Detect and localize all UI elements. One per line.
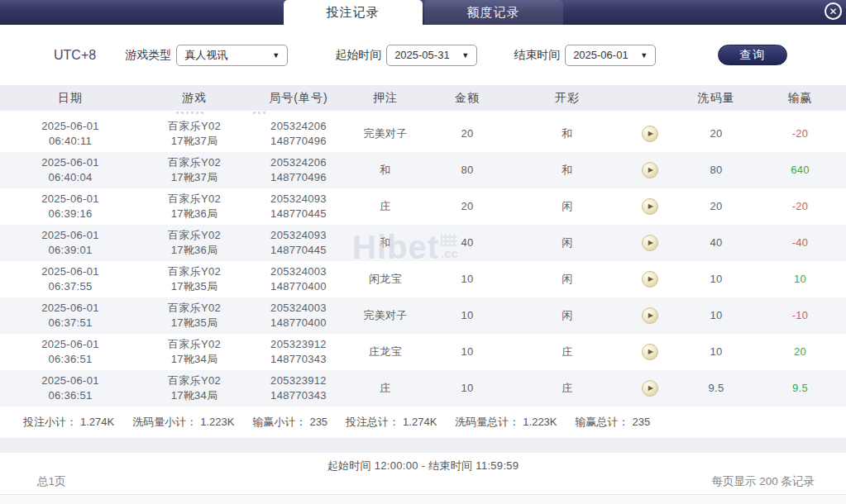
cell-round: 17靴36局 [141, 207, 248, 221]
cell-date: 2025-06-01 [0, 337, 141, 352]
cell-bet: 闲龙宝 [349, 261, 422, 297]
cell-game: 百家乐Y02 [141, 119, 248, 134]
header-winloss: 输赢 [754, 85, 846, 111]
page-count: 总1页 [37, 474, 66, 489]
cell-round: 17靴35局 [141, 279, 248, 294]
header-wash-amount: 洗码量 [678, 85, 754, 111]
cell-result: 和 [513, 116, 622, 152]
cell-result: 闲 [513, 261, 622, 297]
play-icon[interactable]: ▶ [642, 162, 658, 178]
table-row: 2025-06-0106:39:16 百家乐Y0217靴36局 20532409… [0, 188, 846, 225]
table-row: 2025-06-0106:36:51 百家乐Y0217靴34局 20532391… [0, 334, 846, 370]
time-range-note: 起始时间 12:00:00 - 结束时间 11:59:59 [0, 453, 846, 473]
clipped-row-remnant [0, 111, 846, 116]
cell-bet: 和 [349, 225, 422, 261]
cell-date: 2025-06-01 [0, 155, 141, 170]
cell-date: 2025-06-01 [0, 373, 141, 388]
start-time-label: 起始时间 [335, 48, 381, 63]
tab-quota-records[interactable]: 额度记录 [424, 0, 563, 25]
cell-game: 百家乐Y02 [141, 301, 248, 316]
cell-order-no: 205324206 [248, 155, 349, 170]
cell-result: 闲 [513, 225, 622, 261]
header-round-number: 局号(单号) [248, 85, 349, 111]
cell-result: 庄 [513, 334, 622, 370]
table-row: 2025-06-0106:37:55 百家乐Y0217靴35局 20532400… [0, 261, 846, 297]
cell-wash: 9.5 [678, 370, 754, 407]
cell-bet: 庄 [349, 188, 422, 225]
cell-order-no: 205324093 [248, 192, 349, 207]
cell-date: 2025-06-01 [0, 264, 141, 279]
table-row: 2025-06-0106:40:04 百家乐Y0217靴37局 20532420… [0, 152, 846, 188]
cell-amount: 10 [422, 297, 513, 334]
cell-winloss: -20 [754, 188, 846, 225]
play-icon[interactable]: ▶ [642, 271, 658, 288]
cell-winloss: 20 [754, 334, 846, 370]
cell-order-no2: 148770400 [248, 279, 349, 294]
play-icon[interactable]: ▶ [642, 380, 658, 397]
query-button[interactable]: 查询 [718, 45, 787, 65]
chevron-down-icon: ▼ [640, 51, 648, 59]
per-page-note: 每页显示 200 条记录 [711, 474, 815, 489]
game-type-value: 真人视讯 [184, 48, 227, 63]
table-row: 2025-06-0106:39:01 百家乐Y0217靴36局 20532409… [0, 225, 846, 261]
cell-time: 06:36:51 [0, 388, 141, 403]
play-icon[interactable]: ▶ [642, 198, 658, 215]
cell-bet: 完美对子 [349, 116, 422, 152]
cell-amount: 10 [422, 370, 513, 407]
filter-bar: UTC+8 游戏类型 真人视讯 ▼ 起始时间 2025-05-31 ▼ 结束时间… [0, 25, 846, 85]
play-icon[interactable]: ▶ [642, 344, 658, 360]
header-date: 日期 [0, 85, 141, 111]
end-date-select[interactable]: 2025-06-01 ▼ [565, 45, 656, 66]
cell-wash: 40 [678, 225, 754, 261]
play-icon[interactable]: ▶ [642, 307, 658, 324]
cell-winloss: -20 [754, 116, 846, 152]
cell-order-no2: 148770496 [248, 134, 349, 149]
cell-time: 06:37:55 [0, 279, 141, 294]
cell-amount: 40 [422, 225, 513, 261]
top-bar: 投注记录 额度记录 ✕ [0, 0, 846, 25]
cell-result: 庄 [513, 370, 622, 407]
cell-amount: 10 [422, 334, 513, 370]
cell-order-no: 205324003 [248, 301, 349, 316]
cell-wash: 80 [678, 152, 754, 188]
table-row: 2025-06-0106:37:51 百家乐Y0217靴35局 20532400… [0, 297, 846, 334]
cell-order-no: 205323912 [248, 373, 349, 388]
game-type-select[interactable]: 真人视讯 ▼ [176, 45, 288, 66]
table-row: 2025-06-0106:40:11 百家乐Y0217靴37局 20532420… [0, 116, 846, 152]
cell-round: 17靴37局 [141, 170, 248, 185]
cell-order-no2: 148770445 [248, 243, 349, 258]
summary-bar: 投注小计：1.274K 洗码量小计：1.223K 输赢小计：235 投注总计：1… [0, 407, 846, 438]
cell-order-no: 205324003 [248, 264, 349, 279]
cell-round: 17靴35局 [141, 316, 248, 330]
cell-winloss: -40 [754, 225, 846, 261]
cell-order-no: 205323912 [248, 337, 349, 352]
cell-order-no2: 148770496 [248, 170, 349, 185]
bottom-strip [0, 494, 846, 504]
cell-game: 百家乐Y02 [141, 192, 248, 207]
header-bet: 押注 [349, 85, 422, 111]
cell-round: 17靴37局 [141, 134, 248, 149]
cell-result: 闲 [513, 188, 622, 225]
cell-time: 06:37:51 [0, 316, 141, 330]
cell-game: 百家乐Y02 [141, 337, 248, 352]
tab-bet-records[interactable]: 投注记录 [284, 0, 423, 25]
cell-date: 2025-06-01 [0, 228, 141, 243]
close-icon[interactable]: ✕ [824, 2, 842, 20]
tab-group: 投注记录 额度记录 [283, 0, 564, 25]
summary-wash-subtotal: 洗码量小计：1.223K [132, 415, 234, 430]
end-time-label: 结束时间 [514, 48, 560, 63]
play-icon[interactable]: ▶ [642, 235, 658, 251]
cell-game: 百家乐Y02 [141, 373, 248, 388]
cell-amount: 20 [422, 116, 513, 152]
cell-round: 17靴34局 [141, 352, 248, 367]
cell-wash: 10 [678, 334, 754, 370]
play-icon[interactable]: ▶ [642, 126, 658, 142]
cell-wash: 20 [678, 116, 754, 152]
cell-time: 06:39:01 [0, 243, 141, 258]
cell-winloss: -10 [754, 297, 846, 334]
summary-winloss-total: 输赢总计：235 [576, 415, 651, 430]
start-date-select[interactable]: 2025-05-31 ▼ [386, 45, 477, 66]
chevron-down-icon: ▼ [272, 51, 280, 59]
cell-date: 2025-06-01 [0, 301, 141, 316]
cell-wash: 20 [678, 188, 754, 225]
